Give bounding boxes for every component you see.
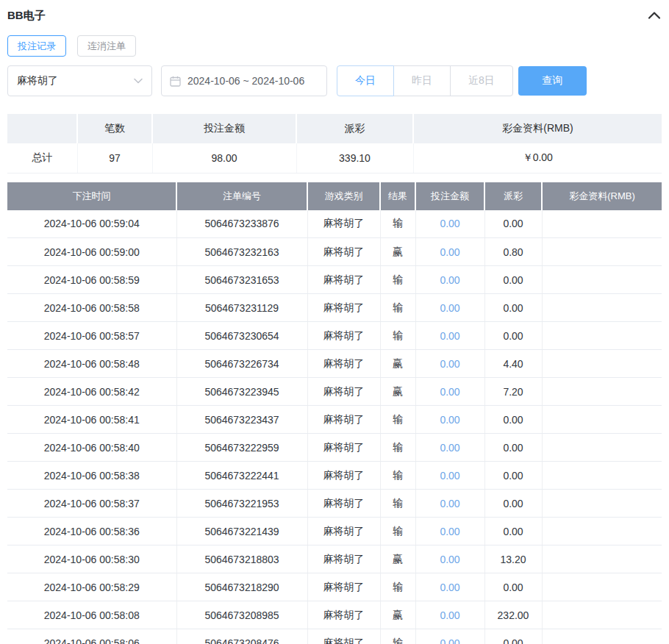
summary-table: 笔数 投注金额 派彩 彩金资料(RMB) 总计 97 98.00 339.10 … xyxy=(7,114,662,173)
quick-range-today[interactable]: 今日 xyxy=(337,65,394,96)
summary-total-bonus: ￥0.00 xyxy=(413,143,662,173)
cell-bonus xyxy=(542,378,662,406)
table-row: 2024-10-06 00:59:045064673233876麻将胡了输0.0… xyxy=(7,210,662,238)
page-title: BB电子 xyxy=(7,9,46,23)
bet-amount-link[interactable]: 0.00 xyxy=(440,442,459,454)
bet-amount-link[interactable]: 0.00 xyxy=(440,386,459,398)
tab-bet-records[interactable]: 投注记录 xyxy=(7,35,66,57)
bet-amount-link[interactable]: 0.00 xyxy=(440,470,459,482)
bet-amount-link[interactable]: 0.00 xyxy=(440,498,459,509)
cell-order-id: 5064673230654 xyxy=(176,322,307,350)
table-row: 2024-10-06 00:58:385064673222441麻将胡了输0.0… xyxy=(7,462,662,490)
cell-bonus xyxy=(542,462,662,490)
tab-linked-cancelled-orders[interactable]: 连消注单 xyxy=(77,35,136,57)
calendar-icon xyxy=(170,76,181,87)
cell-game-type: 麻将胡了 xyxy=(307,238,380,266)
bet-amount-link[interactable]: 0.00 xyxy=(440,554,459,565)
cell-game-type: 麻将胡了 xyxy=(307,350,380,378)
cell-result: 赢 xyxy=(380,378,415,406)
summary-header-payout: 派彩 xyxy=(296,114,413,143)
cell-result: 输 xyxy=(380,322,415,350)
summary-header-bet-amount: 投注金额 xyxy=(152,114,296,143)
cell-order-id: 5064673226734 xyxy=(176,350,307,378)
cell-game-type: 麻将胡了 xyxy=(307,406,380,434)
cell-bet-time: 2024-10-06 00:58:48 xyxy=(7,350,176,378)
cell-bet-time: 2024-10-06 00:58:06 xyxy=(7,629,176,644)
cell-order-id: 5064673221439 xyxy=(176,518,307,545)
cell-bonus xyxy=(542,573,662,601)
date-range-input[interactable]: 2024-10-06 ~ 2024-10-06 xyxy=(161,65,327,96)
summary-header-row: 笔数 投注金额 派彩 彩金资料(RMB) xyxy=(7,114,662,143)
bet-amount-link[interactable]: 0.00 xyxy=(440,414,459,426)
cell-result: 输 xyxy=(380,629,415,644)
cell-payout: 13.20 xyxy=(484,545,542,573)
cell-result: 输 xyxy=(380,266,415,294)
summary-total-payout: 339.10 xyxy=(296,143,413,173)
cell-bonus xyxy=(542,350,662,378)
bet-amount-link[interactable]: 0.00 xyxy=(440,358,459,370)
bet-amount-link[interactable]: 0.00 xyxy=(440,637,459,644)
cell-payout: 0.00 xyxy=(484,210,542,238)
cell-game-type: 麻将胡了 xyxy=(307,210,380,238)
cell-bet-amount: 0.00 xyxy=(415,266,484,294)
chevron-up-icon xyxy=(648,9,660,22)
table-row: 2024-10-06 00:58:375064673221953麻将胡了输0.0… xyxy=(7,490,662,518)
table-row: 2024-10-06 00:58:585064673231129麻将胡了输0.0… xyxy=(7,294,662,322)
bet-amount-link[interactable]: 0.00 xyxy=(440,274,459,286)
cell-game-type: 麻将胡了 xyxy=(307,518,380,545)
bet-table-header-row: 下注时间 注单编号 游戏类别 结果 投注金额 派彩 彩金资料(RMB) xyxy=(7,182,662,210)
cell-game-type: 麻将胡了 xyxy=(307,490,380,518)
cell-bet-time: 2024-10-06 00:58:37 xyxy=(7,490,176,518)
cell-bonus xyxy=(542,434,662,462)
cell-payout: 0.00 xyxy=(484,462,542,490)
cell-game-type: 麻将胡了 xyxy=(307,601,380,629)
game-type-select-value: 麻将胡了 xyxy=(17,74,58,87)
bet-amount-link[interactable]: 0.00 xyxy=(440,330,459,342)
cell-bonus xyxy=(542,518,662,545)
collapse-panel-button[interactable] xyxy=(647,8,662,23)
bet-amount-link[interactable]: 0.00 xyxy=(440,526,459,537)
game-type-select[interactable]: 麻将胡了 xyxy=(7,65,152,96)
cell-bet-time: 2024-10-06 00:58:41 xyxy=(7,406,176,434)
cell-bet-amount: 0.00 xyxy=(415,210,484,238)
header-payout: 派彩 xyxy=(484,182,542,210)
cell-bet-time: 2024-10-06 00:59:04 xyxy=(7,210,176,238)
header-bet-amount: 投注金额 xyxy=(415,182,484,210)
cell-payout: 0.00 xyxy=(484,490,542,518)
table-row: 2024-10-06 00:58:085064673208985麻将胡了赢0.0… xyxy=(7,601,662,629)
cell-bet-amount: 0.00 xyxy=(415,490,484,518)
cell-order-id: 5064673231129 xyxy=(176,294,307,322)
cell-result: 赢 xyxy=(380,545,415,573)
bet-amount-link[interactable]: 0.00 xyxy=(440,218,459,229)
cell-result: 赢 xyxy=(380,238,415,266)
cell-bonus xyxy=(542,545,662,573)
bet-amount-link[interactable]: 0.00 xyxy=(440,609,459,621)
bet-records-panel: BB电子 投注记录 连消注单 麻将胡了 2024-10-06 ~ 2024-10… xyxy=(0,0,669,644)
bet-amount-link[interactable]: 0.00 xyxy=(440,302,459,314)
summary-total-row: 总计 97 98.00 339.10 ￥0.00 xyxy=(7,143,662,173)
cell-payout: 0.80 xyxy=(484,238,542,266)
cell-game-type: 麻将胡了 xyxy=(307,545,380,573)
cell-payout: 0.00 xyxy=(484,573,542,601)
cell-bonus xyxy=(542,322,662,350)
bet-records-table: 下注时间 注单编号 游戏类别 结果 投注金额 派彩 彩金资料(RMB) 2024… xyxy=(7,182,662,644)
quick-range-group: 今日 昨日 近8日 xyxy=(337,65,513,96)
cell-bet-amount: 0.00 xyxy=(415,518,484,545)
cell-bet-time: 2024-10-06 00:59:00 xyxy=(7,238,176,266)
cell-bet-time: 2024-10-06 00:58:36 xyxy=(7,518,176,545)
bet-amount-link[interactable]: 0.00 xyxy=(440,246,459,258)
bet-amount-link[interactable]: 0.00 xyxy=(440,582,459,593)
cell-bonus xyxy=(542,629,662,644)
cell-result: 输 xyxy=(380,573,415,601)
date-range-value: 2024-10-06 ~ 2024-10-06 xyxy=(187,75,304,87)
cell-result: 输 xyxy=(380,462,415,490)
cell-payout: 7.20 xyxy=(484,378,542,406)
cell-bonus xyxy=(542,266,662,294)
cell-bonus xyxy=(542,294,662,322)
cell-payout: 0.00 xyxy=(484,434,542,462)
query-button[interactable]: 查询 xyxy=(518,66,587,96)
quick-range-last-8-days[interactable]: 近8日 xyxy=(450,65,513,96)
quick-range-yesterday[interactable]: 昨日 xyxy=(393,65,451,96)
table-row: 2024-10-06 00:58:065064673208476麻将胡了输0.0… xyxy=(7,629,662,644)
cell-bet-amount: 0.00 xyxy=(415,629,484,644)
